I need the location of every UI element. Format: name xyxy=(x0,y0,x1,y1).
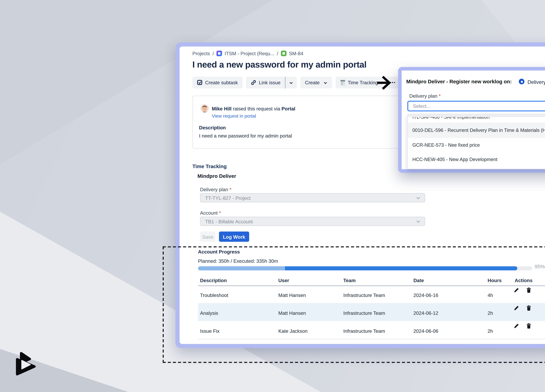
avatar xyxy=(201,104,209,113)
link-issue-split-button: Link issue xyxy=(246,77,297,88)
request-type-icon xyxy=(281,51,286,56)
delivery-plan-select[interactable]: TT-TYL-827 - Project xyxy=(200,193,425,202)
radio-delivery-plan-label[interactable]: Delivery Plan xyxy=(527,79,545,85)
raised-request-line: Mike Hill raised this request via Portal xyxy=(212,106,295,111)
subtask-checkbox-icon xyxy=(197,80,203,85)
overlay-delivery-plan-label: Delivery plan * xyxy=(409,93,441,99)
description-text: I need a new password for my admin porta… xyxy=(199,133,292,139)
mindpro-deliver-heading: Mindpro Deliver xyxy=(198,173,236,179)
log-work-button[interactable]: Log Work xyxy=(219,231,249,242)
time-tracking-label: Time Tracking xyxy=(348,80,378,85)
mindpro-logo xyxy=(14,352,37,376)
menu-top-strip xyxy=(408,115,545,117)
link-issue-button[interactable]: Link issue xyxy=(246,77,285,88)
breadcrumb-issue-key[interactable]: SM-84 xyxy=(289,51,303,56)
toolbar: Create subtask Link issue Create xyxy=(192,77,399,88)
breadcrumb-separator: / xyxy=(277,51,278,56)
create-subtask-label: Create subtask xyxy=(205,80,238,85)
issue-title: I need a new password for my admin porta… xyxy=(192,60,366,70)
requester-name: Mike Hill xyxy=(212,106,231,111)
time-tracking-heading: Time Tracking xyxy=(192,163,227,169)
create-label: Create xyxy=(305,80,320,85)
chevron-down-icon xyxy=(289,80,293,84)
worklog-document-icon xyxy=(340,79,345,86)
overlay-delivery-plan-select[interactable]: Select... xyxy=(407,101,545,111)
delivery-plan-value: TT-TYL-827 - Project xyxy=(205,195,250,201)
dropdown-option[interactable]: GCR-NEE-573 - Nee fixed price xyxy=(408,138,545,152)
breadcrumb-project[interactable]: ITSM - Project (Requ... xyxy=(224,51,274,56)
link-issue-dropdown-button[interactable] xyxy=(285,77,297,88)
required-asterisk: * xyxy=(219,210,221,216)
annotation-dashed-box xyxy=(163,246,545,363)
register-worklog-overlay: Mindpro Deliver - Register new worklog o… xyxy=(398,67,545,173)
request-channel: Portal xyxy=(282,106,295,111)
breadcrumb: Projects / ITSM - Project (Requ... / SM-… xyxy=(192,51,303,56)
account-select[interactable]: TB1 - Billable Account xyxy=(200,217,425,226)
dropdown-option[interactable]: 0010-DEL-596 - Recurrent Delivery Plan i… xyxy=(408,123,545,138)
annotation-arrow-right xyxy=(377,75,393,91)
time-tracking-button[interactable]: Time Tracking xyxy=(335,77,383,88)
create-subtask-button[interactable]: Create subtask xyxy=(192,77,242,88)
radio-delivery-plan[interactable] xyxy=(519,79,525,84)
create-button[interactable]: Create xyxy=(300,77,332,88)
view-request-portal-link[interactable]: View request in portal xyxy=(212,114,256,119)
dropdown-option[interactable]: ITL-SAF-408 - SAFe Implementation xyxy=(408,117,545,123)
link-issue-label: Link issue xyxy=(259,80,280,85)
breadcrumb-separator: / xyxy=(213,51,214,56)
breadcrumb-projects[interactable]: Projects xyxy=(192,51,210,56)
description-label: Description xyxy=(199,125,226,130)
chevron-down-icon xyxy=(416,195,421,200)
required-asterisk: * xyxy=(229,187,231,192)
account-label: Account * xyxy=(200,210,221,216)
account-value: TB1 - Billable Account xyxy=(205,218,253,224)
screenshot-stage: Projects / ITSM - Project (Requ... / SM-… xyxy=(0,0,545,392)
link-icon xyxy=(251,80,256,85)
delivery-plan-dropdown-menu: ITL-SAF-408 - SAFe Implementation 0010-D… xyxy=(407,114,545,169)
split-divider xyxy=(285,77,285,88)
raised-via-text: raised this request via xyxy=(231,106,282,111)
dropdown-option[interactable]: HCC-NEW-405 - New App Development xyxy=(408,152,545,167)
required-asterisk: * xyxy=(439,93,440,99)
delivery-plan-label: Delivery plan * xyxy=(200,187,231,192)
chevron-down-icon xyxy=(416,219,421,223)
chevron-down-icon xyxy=(323,80,327,84)
select-placeholder: Select... xyxy=(413,103,430,109)
save-button[interactable]: Save xyxy=(200,231,215,242)
overlay-title: Mindpro Deliver - Register new worklog o… xyxy=(406,79,512,84)
project-icon xyxy=(216,51,222,56)
